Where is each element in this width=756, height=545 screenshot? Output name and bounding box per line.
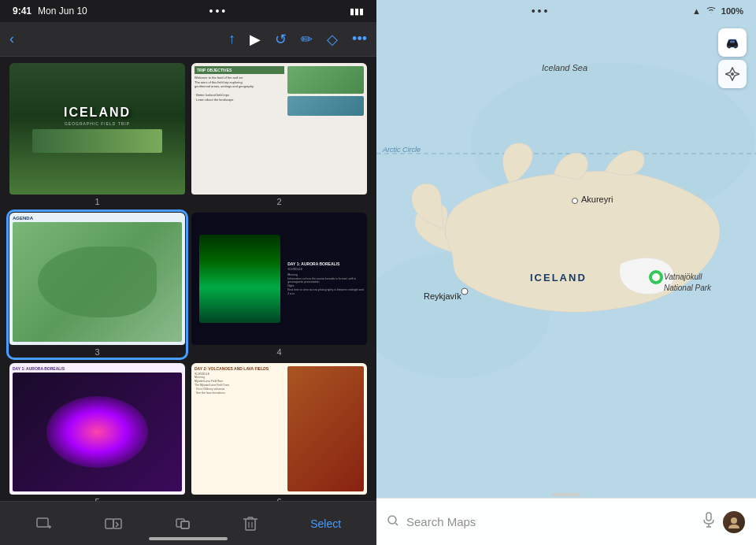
map-svg	[376, 0, 756, 545]
map-status-bar: ••• ▲ 100%	[376, 0, 756, 22]
slide-2-image2	[287, 96, 364, 116]
add-slide-button[interactable]	[35, 515, 53, 532]
shape-button[interactable]: ◇	[327, 31, 338, 48]
status-date: Mon Jun 10	[38, 6, 87, 17]
svg-point-22	[734, 46, 737, 49]
slide-number-3: 3	[9, 347, 185, 357]
signal-icon: ▲	[692, 6, 701, 16]
slide-4-right: DAY 1: AURORA BOREALIS SCHEDULE MorningI…	[287, 216, 364, 341]
search-placeholder[interactable]: Search Maps	[406, 515, 695, 528]
status-bar-left: 9:41 Mon Jun 10 ••• ▮▮▮	[0, 0, 376, 22]
status-icons: ▮▮▮	[350, 6, 364, 17]
svg-rect-0	[37, 518, 48, 527]
keynote-panel: 9:41 Mon Jun 10 ••• ▮▮▮ ‹ ↑ ▶ ↺ ✏ ◇ •••	[0, 0, 376, 545]
svg-point-24	[731, 72, 734, 76]
slide-1-image	[32, 129, 163, 153]
slide-2-image1	[287, 66, 364, 94]
slide-item-6[interactable]: DAY 2: VOLCANOES AND LAVA FIELDS SCHEDUL…	[191, 363, 367, 502]
slide-3-iceland	[38, 247, 157, 318]
map-background[interactable]: ••• ▲ 100% Iceland Sea ICELAND Akureyri …	[376, 0, 756, 545]
slide-thumb-1: ICELAND GEOGRAPHIC FIELD TRIP	[9, 63, 185, 195]
transition-button[interactable]	[105, 515, 122, 532]
play-button[interactable]: ▶	[250, 31, 261, 48]
slide-5-glow	[46, 396, 148, 468]
delete-button[interactable]	[243, 515, 258, 532]
user-avatar[interactable]	[723, 511, 745, 533]
slide-number-6: 6	[191, 497, 367, 501]
keynote-toolbar: ‹ ↑ ▶ ↺ ✏ ◇ •••	[0, 22, 376, 57]
slide-4-title: DAY 1: AURORA BOREALIS	[287, 261, 364, 266]
svg-rect-23	[730, 41, 735, 43]
svg-point-17	[461, 288, 468, 295]
draw-button[interactable]: ✏	[301, 31, 313, 48]
svg-rect-3	[106, 519, 113, 528]
slides-grid: ICELAND GEOGRAPHIC FIELD TRIP 1 TRIP OBJ…	[9, 63, 367, 501]
slide-item-3[interactable]: AGENDA 3	[9, 213, 185, 356]
wifi-icon	[706, 6, 717, 17]
svg-rect-27	[706, 513, 711, 521]
map-status-dots: •••	[532, 5, 550, 17]
drag-handle	[552, 493, 580, 496]
slide-thumb-5: DAY 1: AURORA BOREALIS	[9, 363, 185, 495]
slide-5-viz	[13, 373, 182, 491]
slide-4-aurora	[199, 235, 281, 322]
home-indicator	[149, 537, 228, 540]
loop-button[interactable]: ↺	[275, 31, 287, 48]
slide-4-left	[195, 216, 285, 341]
svg-rect-6	[181, 521, 189, 528]
map-status-right: ▲ 100%	[692, 6, 743, 17]
slide-4-text: MorningInformation on how the aurora bor…	[287, 273, 364, 296]
slide-thumb-3: AGENDA	[9, 213, 185, 344]
maps-panel: ••• ▲ 100% Iceland Sea ICELAND Akureyri …	[376, 0, 756, 545]
toolbar-actions: ↑ ▶ ↺ ✏ ◇ •••	[228, 31, 367, 48]
battery-right: 100%	[721, 6, 743, 16]
slide-6-text: SCHEDULEMorningMývatn/Lava Field 9amThe …	[195, 373, 285, 395]
slide-item-2[interactable]: TRIP OBJECTIVES Welcome to the land of f…	[191, 63, 367, 206]
slide-2-text: Welcome to the land of fire and ice The …	[195, 76, 284, 102]
slide-thumb-6: DAY 2: VOLCANOES AND LAVA FIELDS SCHEDUL…	[191, 363, 367, 495]
svg-point-25	[388, 516, 396, 524]
svg-point-18	[573, 198, 578, 204]
share-button[interactable]: ↑	[228, 31, 235, 47]
location-button[interactable]	[718, 60, 747, 88]
status-dots-left: •••	[209, 5, 228, 17]
search-bar[interactable]: Search Maps	[376, 498, 756, 545]
slide-item-5[interactable]: DAY 1: AURORA BOREALIS 5	[9, 363, 185, 502]
slide-thumb-4: DAY 1: AURORA BOREALIS SCHEDULE MorningI…	[191, 213, 367, 344]
slide-number-4: 4	[191, 347, 367, 357]
slide-item-4[interactable]: DAY 1: AURORA BOREALIS SCHEDULE MorningI…	[191, 213, 367, 356]
slide-6-left: DAY 2: VOLCANOES AND LAVA FIELDS SCHEDUL…	[195, 366, 285, 491]
slide-2-left: TRIP OBJECTIVES Welcome to the land of f…	[195, 66, 284, 191]
slide-6-image	[287, 366, 364, 491]
slide-number-1: 1	[9, 197, 185, 206]
search-icon	[387, 515, 398, 528]
slide-2-title: TRIP OBJECTIVES	[195, 66, 284, 74]
slide-2-right	[287, 66, 364, 191]
slide-1-title: ICELAND	[64, 106, 131, 120]
slide-number-2: 2	[191, 197, 367, 206]
map-controls	[718, 28, 747, 88]
slide-1-subtitle: GEOGRAPHIC FIELD TRIP	[65, 121, 130, 126]
svg-point-30	[731, 517, 737, 524]
microphone-icon[interactable]	[702, 512, 715, 532]
slide-item-1[interactable]: ICELAND GEOGRAPHIC FIELD TRIP 1	[9, 63, 185, 206]
svg-line-26	[395, 523, 398, 525]
slide-3-map	[13, 222, 182, 341]
status-time: 9:41	[13, 6, 32, 17]
group-button[interactable]	[174, 515, 191, 532]
slide-number-5: 5	[9, 497, 185, 501]
svg-point-20	[652, 273, 660, 281]
slide-5-title: DAY 1: AURORA BOREALIS	[13, 366, 182, 371]
battery-icon: ▮▮▮	[350, 6, 364, 17]
more-button[interactable]: •••	[352, 31, 367, 47]
slide-3-title: AGENDA	[13, 216, 182, 221]
select-button[interactable]: Select	[310, 517, 341, 530]
back-button[interactable]: ‹	[9, 31, 14, 47]
slide-4-schedule-title: SCHEDULE	[287, 268, 364, 272]
slide-thumb-2: TRIP OBJECTIVES Welcome to the land of f…	[191, 63, 367, 195]
svg-point-21	[728, 46, 731, 49]
slides-container[interactable]: ICELAND GEOGRAPHIC FIELD TRIP 1 TRIP OBJ…	[0, 57, 376, 501]
slide-6-title: DAY 2: VOLCANOES AND LAVA FIELDS	[195, 366, 285, 371]
car-navigation-button[interactable]	[718, 28, 747, 57]
